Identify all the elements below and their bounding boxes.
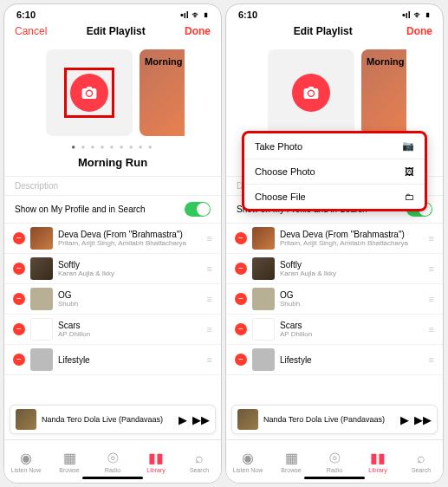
status-time: 6:10 (238, 10, 257, 20)
status-indicators: •ıl ᯤ ▮ (180, 10, 209, 20)
cover-gallery[interactable]: Morning (4, 44, 221, 140)
cover-gallery[interactable]: Morning (226, 44, 443, 140)
album-art (252, 348, 275, 371)
description-field[interactable]: Description (4, 176, 221, 196)
playlist-name[interactable]: Morning Run (4, 154, 221, 176)
remove-button[interactable]: − (13, 293, 25, 305)
cover-placeholder[interactable] (46, 49, 133, 136)
tab-search[interactable]: ⌕Search (399, 440, 443, 483)
reorder-handle[interactable]: ≡ (429, 354, 434, 365)
remove-button[interactable]: − (235, 263, 247, 275)
camera-button[interactable] (70, 74, 108, 112)
reorder-handle[interactable]: ≡ (207, 233, 212, 244)
next-icon[interactable]: ▶▶ (192, 413, 210, 426)
remove-button[interactable]: − (13, 354, 25, 366)
page-dots[interactable]: ● ● ● ● ● ● ● ● ● (4, 140, 221, 154)
tab-listen-now[interactable]: ◉Listen Now (4, 440, 48, 483)
cancel-button[interactable]: Cancel (15, 25, 47, 37)
cover-preset[interactable]: Morning (140, 49, 185, 136)
song-row[interactable]: −OGShubh≡ (4, 284, 221, 315)
tab-search[interactable]: ⌕Search (178, 440, 221, 483)
menu-choose-photo[interactable]: Choose Photo🖼 (244, 159, 425, 185)
menu-choose-file[interactable]: Choose File🗀 (244, 185, 425, 209)
song-artist: Shubh (280, 300, 424, 308)
remove-button[interactable]: − (235, 293, 247, 305)
now-playing-bar[interactable]: Nanda Tero Dola Live (Pandavaas) ▶ ▶▶ (10, 405, 216, 434)
reorder-handle[interactable]: ≡ (429, 294, 434, 304)
reorder-handle[interactable]: ≡ (429, 263, 434, 274)
profile-toggle-switch[interactable] (185, 202, 211, 217)
profile-toggle-row: Show on My Profile and in Search (4, 196, 221, 224)
now-playing-art (237, 409, 258, 430)
reorder-handle[interactable]: ≡ (207, 354, 212, 365)
album-art (30, 288, 53, 310)
reorder-handle[interactable]: ≡ (207, 294, 212, 304)
reorder-handle[interactable]: ≡ (207, 324, 212, 334)
now-playing-title: Nanda Tero Dola Live (Pandavaas) (42, 415, 173, 424)
song-row[interactable]: −ScarsAP Dhillon≡ (4, 315, 221, 345)
play-icon[interactable]: ▶ (400, 413, 409, 426)
tab-listen-now[interactable]: ◉Listen Now (226, 440, 269, 483)
remove-button[interactable]: − (13, 263, 25, 275)
album-art (252, 227, 275, 250)
song-title: Lifestyle (280, 355, 424, 365)
play-icon[interactable]: ▶ (179, 413, 187, 426)
song-row[interactable]: −Lifestyle≡ (4, 345, 221, 375)
song-title: Scars (58, 321, 202, 330)
song-row[interactable]: −SoftlyKaran Aujla & Ikky≡ (226, 254, 443, 284)
song-row[interactable]: −SoftlyKaran Aujla & Ikky≡ (4, 254, 221, 284)
done-button[interactable]: Done (406, 25, 432, 37)
folder-icon: 🗀 (405, 192, 414, 202)
highlight-box (64, 68, 114, 118)
song-row[interactable]: −Deva Deva (From "Brahmastra")Pritam, Ar… (4, 224, 221, 254)
song-row[interactable]: −OGShubh≡ (226, 284, 443, 315)
home-indicator[interactable] (82, 477, 143, 479)
status-time: 6:10 (16, 10, 36, 20)
song-row[interactable]: −ScarsAP Dhillon≡ (226, 315, 443, 345)
page-title: Edit Playlist (294, 25, 353, 37)
phone-left: 6:10 •ıl ᯤ ▮ Cancel Edit Playlist Done M… (3, 3, 222, 484)
menu-take-photo[interactable]: Take Photo📷 (244, 133, 425, 159)
play-circle-icon: ◉ (242, 450, 254, 466)
camera-icon: 📷 (402, 140, 414, 152)
profile-toggle-label: Show on My Profile and in Search (15, 205, 146, 214)
album-art (30, 318, 53, 341)
page-title: Edit Playlist (87, 25, 146, 37)
radio-icon: ⦾ (329, 451, 341, 466)
song-row[interactable]: −Lifestyle≡ (226, 345, 443, 375)
done-button[interactable]: Done (185, 25, 211, 37)
remove-button[interactable]: − (235, 354, 247, 366)
home-indicator[interactable] (304, 477, 365, 479)
album-art (252, 288, 275, 310)
remove-button[interactable]: − (235, 232, 247, 244)
photo-source-menu: Take Photo📷 Choose Photo🖼 Choose File🗀 (242, 131, 427, 211)
song-title: Scars (280, 321, 424, 330)
cover-preset[interactable]: Morning (361, 49, 406, 136)
song-row[interactable]: −Deva Deva (From "Brahmastra")Pritam, Ar… (226, 224, 443, 254)
remove-button[interactable]: − (13, 232, 25, 244)
song-artist: AP Dhillon (280, 330, 424, 338)
remove-button[interactable]: − (235, 323, 247, 335)
song-title: Deva Deva (From "Brahmastra") (280, 230, 424, 239)
remove-button[interactable]: − (13, 323, 25, 335)
next-icon[interactable]: ▶▶ (414, 413, 432, 426)
photo-icon: 🖼 (405, 166, 414, 177)
album-art (252, 318, 275, 341)
library-icon: ▮▮ (148, 450, 164, 466)
status-indicators: •ıl ᯤ ▮ (402, 10, 431, 20)
reorder-handle[interactable]: ≡ (429, 324, 434, 334)
song-artist: Karan Aujla & Ikky (280, 269, 424, 277)
cover-placeholder[interactable] (268, 49, 354, 136)
album-art (30, 227, 53, 250)
reorder-handle[interactable]: ≡ (429, 233, 434, 244)
phone-right: 6:10 •ıl ᯤ ▮ . Edit Playlist Done Mornin… (225, 3, 444, 484)
camera-button[interactable] (292, 74, 330, 112)
song-title: OG (58, 290, 202, 300)
now-playing-bar[interactable]: Nanda Tero Dola Live (Pandavaas) ▶ ▶▶ (231, 405, 438, 434)
album-art (30, 348, 53, 371)
camera-icon (303, 87, 319, 99)
song-artist: Pritam, Arijit Singh, Amitabh Bhattachar… (280, 239, 424, 247)
nav-bar: . Edit Playlist Done (226, 22, 443, 44)
status-bar: 6:10 •ıl ᯤ ▮ (4, 4, 221, 22)
reorder-handle[interactable]: ≡ (207, 263, 212, 274)
